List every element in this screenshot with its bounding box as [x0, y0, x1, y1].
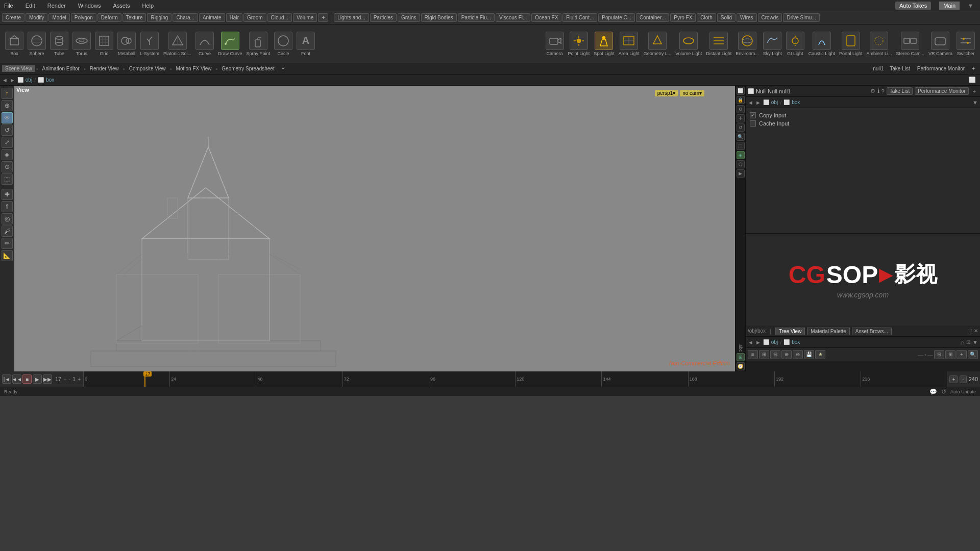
vp-orbit-icon[interactable]: ↺ [737, 123, 745, 132]
prop-nav-back[interactable]: ◄ [748, 99, 753, 106]
tl-first-frame-btn[interactable]: |◄ [2, 374, 11, 384]
menu-render[interactable]: Render [45, 2, 68, 10]
lights-shelf-btn[interactable]: Lights and... [334, 13, 369, 22]
prop-obj-path[interactable]: obj [771, 99, 778, 105]
tl-stop-btn[interactable]: ■ [22, 374, 32, 384]
vp-lock-icon[interactable]: 🔒 [737, 96, 745, 104]
vp-render-icon[interactable]: ▶ [737, 169, 745, 178]
help-icon[interactable]: ? [881, 88, 885, 94]
ne-dropdown[interactable]: ▼ [972, 339, 978, 345]
motion-fx-view-tab[interactable]: Motion FX View [173, 65, 215, 72]
shelf-lsystem[interactable]: L-System [139, 31, 160, 57]
ne-search-btn[interactable]: 🔍 [968, 350, 978, 359]
tool-draw[interactable]: ✏ [2, 238, 13, 249]
copy-input-checkbox[interactable]: ✓ [750, 112, 756, 118]
rigging-btn[interactable]: Rigging [147, 13, 172, 22]
material-palette-tab[interactable]: Material Palette [807, 328, 849, 335]
shelf-geometry-light[interactable]: Geometry L... [643, 31, 673, 57]
cache-input-checkbox[interactable] [750, 120, 756, 127]
ne-layout-btn[interactable]: ⊞ [945, 350, 955, 359]
grains-btn[interactable]: Grains [398, 13, 420, 22]
shelf-sphere[interactable]: Sphere [27, 31, 47, 57]
shelf-draw-curve[interactable]: Draw Curve [217, 31, 243, 57]
shelf-tube[interactable]: Tube [49, 31, 69, 57]
viewport-maximize-btn[interactable]: ⬜ [969, 77, 976, 83]
shelf-sky-light[interactable]: Sky Light [762, 31, 783, 57]
tl-play-btn[interactable]: ▶ [33, 374, 42, 384]
auto-takes-btn[interactable]: Auto Takes [895, 2, 931, 10]
box-path[interactable]: box [46, 77, 54, 83]
nav-forward-btn[interactable]: ► [10, 77, 15, 83]
tl-minus-btn[interactable]: - [69, 377, 70, 382]
vp-wireframe-icon[interactable]: ⬡ [737, 160, 745, 168]
shelf-gi-light[interactable]: GI Light [785, 31, 805, 57]
ne-close-btn[interactable]: ✕ [974, 328, 978, 334]
tool-select[interactable]: ↑ [2, 88, 13, 99]
take-list-btn[interactable]: Take List [887, 65, 913, 72]
tool-view[interactable]: 👁 [2, 112, 13, 123]
ne-nav-forward[interactable]: ► [755, 339, 761, 345]
composite-view-tab[interactable]: Composite View [126, 65, 169, 72]
menu-edit[interactable]: Edit [23, 2, 37, 10]
shelf-camera[interactable]: Camera [545, 31, 565, 57]
model-btn[interactable]: Model [48, 13, 69, 22]
tool-scale[interactable]: ⤢ [2, 137, 13, 148]
tool-pivot[interactable]: ⊙ [2, 161, 13, 172]
timeline-cursor[interactable] [144, 371, 145, 387]
vp-options-icon[interactable]: ⚙ [737, 105, 745, 113]
add-panel-prop-btn[interactable]: + [971, 88, 978, 94]
shelf-volume-light[interactable]: Volume Light [674, 31, 703, 57]
add-panel-btn2[interactable]: + [969, 65, 978, 72]
create-btn[interactable]: Create [2, 13, 24, 22]
menu-help[interactable]: Help [140, 2, 156, 10]
nav-back-btn[interactable]: ◄ [2, 77, 8, 83]
shelf-switcher[interactable]: Switcher [955, 31, 976, 57]
prop-dropdown[interactable]: ▼ [972, 99, 978, 106]
vp-grid-icon[interactable]: ⊞ [737, 353, 745, 361]
copy-input-item[interactable]: ✓ Copy Input [750, 112, 976, 118]
tl-prev-key-btn[interactable]: ◄◄ [12, 374, 21, 384]
ne-zoom-fit-btn[interactable]: ⊡ [966, 339, 970, 345]
shelf-circle[interactable]: Circle [273, 31, 293, 57]
ne-save-btn[interactable]: 💾 [804, 350, 814, 359]
geometry-spreadsheet-tab[interactable]: Geometry Spreadsheet [218, 65, 277, 72]
menu-windows[interactable]: Windows [76, 2, 103, 10]
ne-expand-btn[interactable]: ⊕ [781, 350, 792, 359]
menu-file[interactable]: File [2, 2, 15, 10]
add-shelf-btn[interactable]: + [318, 13, 328, 22]
shelf-spray-paint[interactable]: Spray Paint [246, 31, 272, 57]
shelf-font[interactable]: A Font [296, 31, 316, 57]
ne-grid-view-btn[interactable]: ⊞ [759, 350, 769, 359]
refresh-icon[interactable]: ↺ [941, 388, 946, 395]
ne-nav-back[interactable]: ◄ [748, 339, 753, 345]
tl-next-key-btn[interactable]: ▶▶ [43, 374, 52, 384]
viscous-fl-btn[interactable]: Viscous Fl... [496, 13, 530, 22]
hair-btn[interactable]: Hair [226, 13, 242, 22]
tool-bounding[interactable]: ⬚ [2, 173, 13, 185]
shelf-spot-light[interactable]: Spot Light [593, 31, 616, 57]
chara-btn[interactable]: Chara... [173, 13, 198, 22]
ne-float-btn[interactable]: ⬚ [967, 328, 972, 334]
perf-monitor-btn[interactable]: Performance Monitor [915, 87, 968, 95]
ne-star-btn[interactable]: ★ [815, 350, 825, 359]
info-icon[interactable]: ℹ [877, 88, 879, 94]
container-btn[interactable]: Container... [636, 13, 669, 22]
cloud-btn[interactable]: Cloud... [267, 13, 292, 22]
prop-nav-forward[interactable]: ► [755, 99, 761, 106]
shelf-caustic-light[interactable]: Caustic Light [807, 31, 836, 57]
performance-monitor-btn[interactable]: Performance Monitor [914, 65, 968, 72]
particle-flu-btn[interactable]: Particle Flu... [458, 13, 495, 22]
vp-maximize-icon[interactable]: ⬜ [737, 87, 745, 95]
ne-align-btn[interactable]: ⊟ [934, 350, 944, 359]
take-list-btn[interactable]: Take List [887, 87, 913, 95]
wires-btn[interactable]: Wires [737, 13, 757, 22]
drive-simu-btn[interactable]: Drive Simu... [783, 13, 819, 22]
shelf-portal-light[interactable]: Portal Light [838, 31, 864, 57]
tool-measure[interactable]: 📐 [2, 250, 13, 261]
shelf-stereo-cam[interactable]: Stereo Cam... [895, 31, 925, 57]
ne-tree-view-btn[interactable]: ⊟ [770, 350, 780, 359]
particles-btn[interactable]: Particles [370, 13, 397, 22]
vp-zoom-icon[interactable]: 🔍 [737, 133, 745, 141]
zoom-out-tl-btn[interactable]: - [960, 375, 966, 383]
shelf-torus[interactable]: Torus [71, 31, 92, 57]
